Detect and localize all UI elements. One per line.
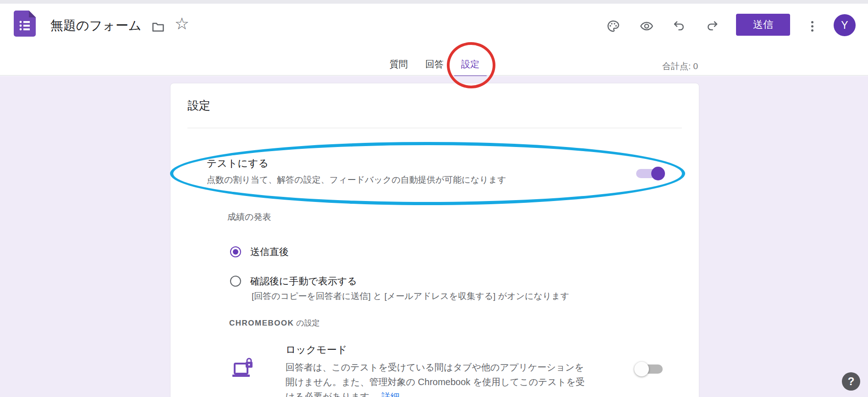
- star-icon[interactable]: ☆: [174, 16, 190, 32]
- radio-button-selected-icon[interactable]: [230, 246, 241, 257]
- undo-icon[interactable]: [671, 18, 687, 34]
- grade-release-label: 成績の発表: [227, 211, 271, 223]
- toggle-knob: [651, 167, 665, 180]
- google-forms-logo-icon[interactable]: [14, 11, 36, 37]
- divider: [187, 128, 682, 128]
- radio-option-manual[interactable]: 確認後に手動で表示する: [230, 275, 357, 288]
- browser-top-strip: [0, 0, 868, 4]
- lock-mode-description-line2: 開けません。また、管理対象の Chromebook を使用してこのテストを受: [286, 375, 585, 389]
- radio-option-immediate[interactable]: 送信直後: [230, 245, 289, 258]
- lock-mode-description-line3: ける必要があります。 詳細: [286, 389, 585, 397]
- redo-icon[interactable]: [704, 18, 720, 34]
- settings-card: 設定 テストにする 点数の割り当て、解答の設定、フィードバックの自動提供が可能に…: [170, 83, 699, 397]
- tab-answers[interactable]: 回答: [425, 58, 444, 71]
- total-points-label: 合計点: 0: [641, 60, 698, 72]
- move-to-folder-icon[interactable]: [150, 19, 166, 35]
- theme-palette-icon[interactable]: [605, 18, 621, 34]
- app-header: 無題のフォーム ☆ 送信 Y 質問 回答 設定 合計点: 0: [0, 4, 868, 76]
- account-avatar[interactable]: Y: [834, 14, 856, 36]
- quiz-toggle-title: テストにする: [207, 157, 269, 170]
- tab-questions[interactable]: 質問: [390, 58, 408, 71]
- help-icon[interactable]: ?: [842, 372, 860, 391]
- toggle-knob: [634, 362, 649, 376]
- more-options-icon[interactable]: [805, 18, 819, 34]
- radio-label-immediate: 送信直後: [250, 245, 289, 258]
- learn-more-link[interactable]: 詳細: [381, 392, 400, 397]
- quiz-toggle-description: 点数の割り当て、解答の設定、フィードバックの自動提供が可能になります: [207, 174, 506, 186]
- lock-mode-description-line1: 回答者は、このテストを受けている間はタブや他のアプリケーションを: [286, 360, 585, 375]
- settings-heading: 設定: [187, 98, 210, 113]
- radio-label-manual: 確認後に手動で表示する: [250, 275, 357, 288]
- form-title[interactable]: 無題のフォーム: [50, 17, 142, 34]
- preview-eye-icon[interactable]: [639, 18, 654, 34]
- quiz-toggle-switch-on[interactable]: [636, 169, 664, 178]
- tab-settings[interactable]: 設定: [461, 58, 479, 71]
- lock-mode-toggle-switch-off[interactable]: [636, 364, 663, 374]
- lock-mode-title: ロックモード: [286, 343, 347, 357]
- radio-button-unselected-icon[interactable]: [230, 276, 241, 287]
- laptop-lock-icon: [232, 357, 255, 382]
- radio-manual-description: [回答のコピーを回答者に送信] と [メールアドレスを収集する] がオンになりま…: [252, 290, 569, 302]
- send-button[interactable]: 送信: [736, 14, 790, 36]
- chromebook-settings-label: CHROMEBOOK の設定: [229, 318, 320, 328]
- lock-mode-description: 回答者は、このテストを受けている間はタブや他のアプリケーションを 開けません。ま…: [286, 360, 585, 397]
